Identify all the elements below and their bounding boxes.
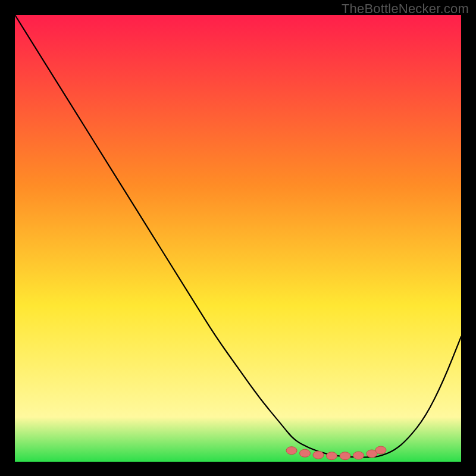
marker-dot [340, 452, 350, 460]
marker-dot [375, 446, 386, 454]
plot-area [15, 15, 461, 462]
gradient-background [15, 15, 461, 462]
bottleneck-chart [15, 15, 461, 462]
marker-dot [300, 449, 311, 457]
chart-frame: TheBottleNecker.com [0, 0, 476, 476]
marker-dot [327, 452, 337, 460]
marker-dot [286, 447, 297, 455]
marker-dot [353, 452, 364, 459]
marker-dot [313, 451, 324, 459]
